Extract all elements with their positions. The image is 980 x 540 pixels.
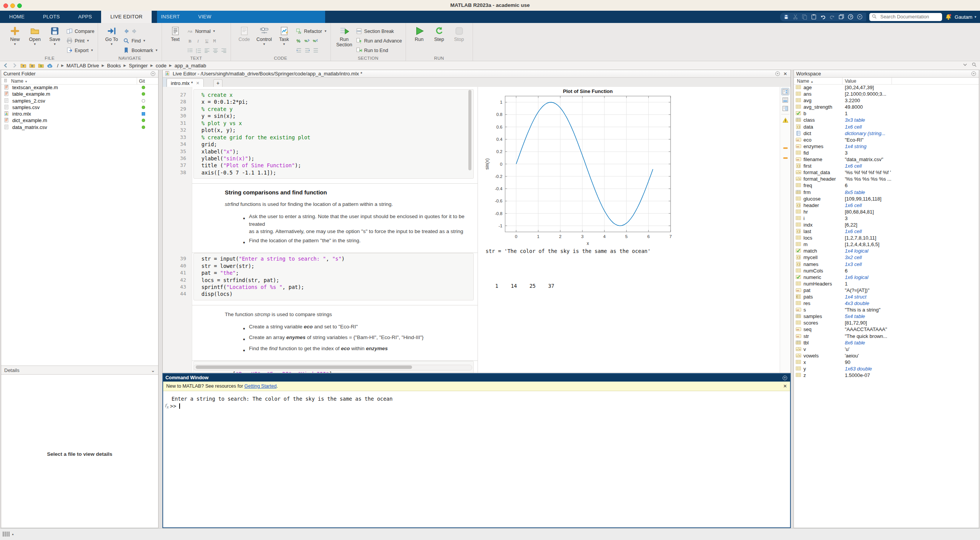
save-button[interactable]: Save▼ — [45, 25, 65, 46]
variable-name[interactable]: seq — [803, 326, 811, 332]
file-row-table_example.m[interactable]: table_example.m — [1, 91, 158, 97]
run-button[interactable]: Run — [409, 25, 429, 42]
text-section[interactable]: String comparisons and find functionstrf… — [192, 184, 478, 253]
text-button[interactable]: Text — [165, 25, 185, 42]
file-name[interactable]: data_matrix.csv — [12, 124, 47, 130]
variable-name[interactable]: last — [803, 228, 811, 234]
variable-name[interactable]: res — [803, 300, 810, 306]
variable-name[interactable]: data — [803, 124, 813, 130]
variable-name[interactable]: scores — [803, 320, 818, 326]
pct3-icon[interactable]: % — [312, 38, 319, 44]
variable-name[interactable]: samples — [803, 313, 822, 319]
workspace-row-avg_strength[interactable]: avg_strength49.8000 — [794, 104, 979, 110]
pct1-icon[interactable]: % — [296, 38, 302, 44]
file-name[interactable]: intro.mlx — [12, 111, 31, 117]
workspace-row-format_header[interactable]: chformat_header'%s %s %s %s %s ... — [794, 176, 979, 182]
workspace-row-tbl[interactable]: tbl8x6 table — [794, 339, 979, 346]
sidebar-handle[interactable] — [163, 78, 167, 87]
runadvance-icon[interactable] — [356, 38, 362, 44]
copy-icon[interactable] — [802, 14, 808, 20]
file-name[interactable]: table_example.m — [12, 91, 50, 97]
variable-name[interactable]: dict — [803, 131, 811, 136]
panel-menu-icon[interactable] — [971, 71, 977, 77]
variable-name[interactable]: first — [803, 163, 811, 169]
code-line-43[interactable]: 43sprintf("Locations of %s ", pat); — [201, 284, 473, 290]
ribbon-tab-insert[interactable]: INSERT — [152, 11, 189, 23]
code-line-42[interactable]: 42locs = strfind(str, pat); — [201, 277, 473, 284]
find-icon[interactable] — [123, 38, 129, 44]
path-dropdown-icon[interactable] — [962, 62, 969, 68]
variable-name[interactable]: m — [803, 241, 808, 247]
forward-icon[interactable] — [131, 28, 138, 34]
ind3-icon[interactable] — [312, 47, 319, 54]
sine-plot-figure[interactable]: 01234567-1-0.8-0.6-0.4-0.200.20.40.60.81… — [481, 88, 695, 247]
open-button[interactable]: Open▼ — [25, 25, 45, 46]
search-documentation-input[interactable] — [880, 14, 939, 20]
breadcrumb-segment[interactable]: MATLAB Drive — [67, 63, 99, 69]
pct2-icon[interactable]: % — [304, 38, 311, 44]
print-button[interactable]: Print — [75, 38, 85, 44]
code-line-29[interactable]: 29% create y — [201, 106, 473, 113]
code-line-38[interactable]: 38axis([-0.5 7 -1.1 1.1]); — [201, 169, 473, 176]
ribbon-tab-home[interactable]: HOME — [0, 11, 34, 23]
details-header[interactable]: Details ⌄ — [1, 365, 158, 375]
variable-name[interactable]: avg_strength — [803, 104, 832, 110]
code-line-44[interactable]: 44disp(locs) — [201, 290, 473, 297]
variable-name[interactable]: enzymes — [803, 144, 823, 149]
output-inline-layout-button[interactable] — [781, 88, 789, 95]
workspace-row-pat[interactable]: strpat"A(?=[AT])" — [794, 287, 979, 294]
ribbon-tab-view[interactable]: VIEW — [189, 11, 220, 23]
alignl-icon[interactable] — [204, 47, 210, 54]
workspace-row-enzymes[interactable]: strenzymes1x4 string — [794, 143, 979, 150]
variable-name[interactable]: numeric — [803, 274, 821, 280]
refactor-icon[interactable]: fx — [296, 28, 302, 34]
workspace-row-z[interactable]: z1.5000e-07 — [794, 372, 979, 378]
new-button[interactable]: New▼ — [5, 25, 25, 46]
variable-name[interactable]: numHeaders — [803, 281, 832, 287]
breadcrumb-segment[interactable]: Springer — [129, 63, 148, 69]
code-line-41[interactable]: 41pat = "the"; — [201, 269, 473, 276]
run-and-advance-button[interactable]: Run and Advance — [364, 38, 402, 44]
variable-name[interactable]: frm — [803, 189, 811, 195]
output-right-layout-button[interactable] — [781, 105, 789, 112]
workspace-row-freq[interactable]: freq6 — [794, 182, 979, 189]
workspace-row-scores[interactable]: scores[81,72,90] — [794, 320, 979, 326]
bookmark-button[interactable]: Bookmark — [131, 48, 153, 53]
go-to-button[interactable]: Go To▼ — [101, 25, 121, 46]
runtoend-icon[interactable] — [356, 47, 362, 54]
refactor-button[interactable]: Refactor — [304, 29, 322, 34]
undo-icon[interactable] — [820, 14, 826, 20]
workspace-row-header[interactable]: {}header1x6 cell — [794, 202, 979, 209]
help-icon[interactable]: ? — [847, 14, 854, 20]
code-pane[interactable]: 27% create x28x = 0:0.1:2*pi;29% create … — [163, 87, 478, 373]
ulist-icon[interactable] — [187, 47, 193, 54]
code-line-27[interactable]: 27% create x — [201, 91, 473, 98]
tab-intro-mlx[interactable]: intro.mlx * ✕ — [167, 78, 204, 87]
code-line-33[interactable]: 33% create grid for the existing plot — [201, 134, 473, 141]
workspace-row-pats[interactable]: pats1x4 struct — [794, 294, 979, 300]
workspace-row-format_data[interactable]: chformat_data'%s %f %f %f %f %f ' — [794, 169, 979, 176]
file-row-data_matrix.csv[interactable]: data_matrix.csv — [1, 124, 158, 131]
getting-started-link[interactable]: Getting Started — [244, 383, 276, 389]
workspace-row-hr[interactable]: hr[80,68,84,81] — [794, 209, 979, 215]
editor-horizontal-scrollbar[interactable] — [193, 365, 472, 370]
variable-name[interactable]: locs — [803, 235, 812, 241]
workspace-row-seq[interactable]: strseq"AAACCTAATAAA" — [794, 326, 979, 333]
workspace-row-y[interactable]: y1x63 double — [794, 365, 979, 372]
workspace-row-i[interactable]: i3 — [794, 215, 979, 222]
variable-name[interactable]: header — [803, 202, 819, 208]
workspace-row-age[interactable]: age[30,24,47,39] — [794, 84, 979, 91]
variable-name[interactable]: str — [803, 333, 809, 339]
workspace-row-locs[interactable]: locs[1,2,7,8,10,11] — [794, 235, 979, 241]
panel-menu-icon[interactable] — [775, 71, 780, 77]
file-row-samples.csv[interactable]: samples.csv — [1, 104, 158, 111]
back-icon[interactable] — [123, 28, 129, 34]
workspace-row-vowels[interactable]: chvowels'aeiou' — [794, 352, 979, 359]
workspace-row-numeric[interactable]: numeric1x6 logical — [794, 274, 979, 281]
output-below-layout-button[interactable] — [781, 96, 789, 104]
file-name[interactable]: samples_2.csv — [12, 98, 45, 104]
code-button[interactable]: Code — [234, 25, 254, 42]
cut-icon[interactable] — [792, 14, 799, 20]
file-list-column-headers[interactable]: Name ▼ Git — [1, 78, 158, 85]
variable-name[interactable]: i — [803, 215, 805, 221]
